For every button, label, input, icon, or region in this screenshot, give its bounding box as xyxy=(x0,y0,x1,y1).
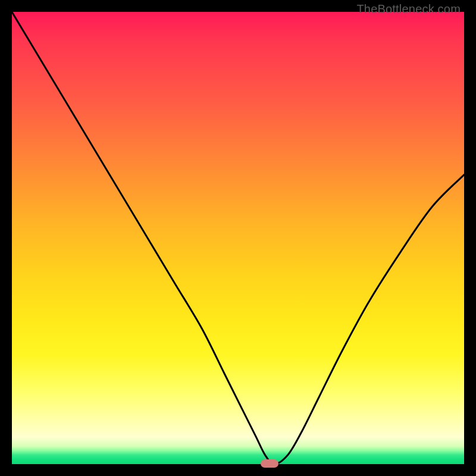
optimal-marker xyxy=(261,459,278,468)
plot-area xyxy=(12,12,464,464)
watermark-text: TheBottleneck.com xyxy=(356,2,461,16)
bottleneck-curve xyxy=(12,12,464,464)
curve-path xyxy=(12,12,464,464)
chart-frame: TheBottleneck.com xyxy=(0,0,476,476)
